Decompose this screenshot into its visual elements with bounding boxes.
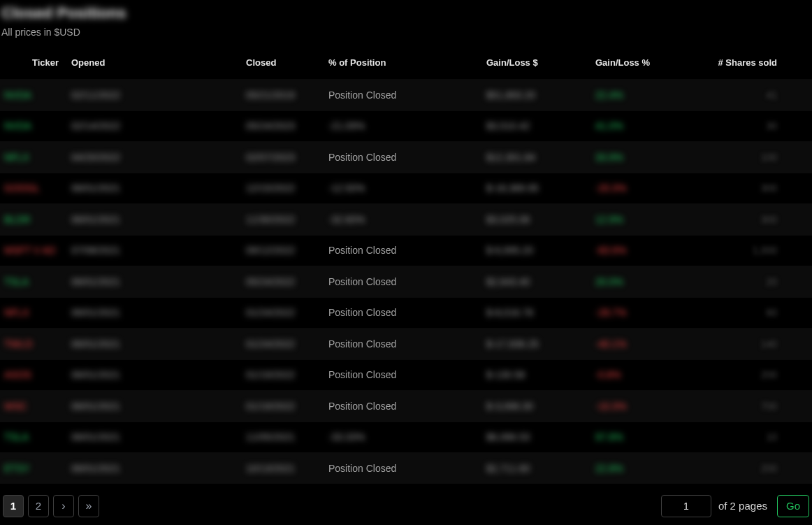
cell-closed: 09/12/2022 — [187, 235, 320, 266]
table-header-row: Ticker Opened Closed % of Position Gain/… — [0, 48, 812, 80]
cell-opened: 06/01/2021 — [63, 204, 187, 236]
cell-gain-pct: 22.8% — [587, 453, 709, 484]
cell-closed: 05/24/2023 — [187, 110, 320, 142]
cell-shares: 200 — [709, 359, 812, 391]
cell-shares: 100 — [709, 142, 812, 173]
cell-gain-pct: 97.8% — [587, 422, 709, 453]
cell-gain-usd: $-17,936.25 — [453, 329, 587, 360]
table-row[interactable]: WSC06/01/202101/19/2022Position Closed$-… — [0, 391, 812, 422]
cell-opened: 06/01/2021 — [63, 266, 187, 298]
chevron-right-icon: › — [61, 501, 65, 512]
cell-shares: 1,000 — [709, 235, 812, 266]
col-pct[interactable]: % of Position — [320, 48, 453, 80]
page-1-button[interactable]: 1 — [3, 495, 24, 517]
cell-gain-usd: $-18,389.95 — [453, 173, 587, 204]
cell-ticker: MSFT V AD — [0, 235, 63, 266]
cell-opened: 06/01/2021 — [63, 453, 187, 484]
cell-pct: Position Closed — [320, 391, 453, 422]
cell-pct: Position Closed — [320, 297, 453, 329]
table-row[interactable]: MSFT V AD07/08/202109/12/2022Position Cl… — [0, 235, 812, 266]
table-row[interactable]: BLDR06/01/202111/30/2022-32.60%$3,025.06… — [0, 204, 812, 236]
table-row[interactable]: TSLA06/01/202105/24/2022Position Closed$… — [0, 266, 812, 298]
cell-closed: 05/21/2019 — [187, 80, 320, 111]
table-row[interactable]: GOOGL06/01/202112/15/2022-12.50%$-18,389… — [0, 173, 812, 204]
cell-gain-usd: $6,066.53 — [453, 422, 587, 453]
cell-ticker: GOOGL — [0, 173, 63, 204]
cell-closed: 02/07/2023 — [187, 142, 320, 173]
cell-pct: -12.50% — [320, 173, 453, 204]
table-row[interactable]: NFLX06/01/202101/24/2022Position Closed$… — [0, 297, 812, 329]
go-button[interactable]: Go — [777, 495, 809, 517]
positions-table: Ticker Opened Closed % of Position Gain/… — [0, 48, 812, 484]
cell-opened: 06/01/2021 — [63, 391, 187, 422]
cell-pct: -32.60% — [320, 204, 453, 236]
pagination: 1 2 › » of 2 pages Go — [0, 487, 812, 525]
cell-ticker: ASOS — [0, 359, 63, 391]
page-number-input[interactable] — [661, 495, 711, 517]
cell-opened: 06/01/2021 — [63, 359, 187, 391]
table-row[interactable]: ETSY06/01/202110/13/2021Position Closed$… — [0, 453, 812, 484]
cell-ticker: ETSY — [0, 453, 63, 484]
col-shares[interactable]: # Shares sold — [709, 48, 812, 80]
cell-closed: 11/30/2022 — [187, 204, 320, 236]
cell-gain-pct: 33.9% — [587, 142, 709, 173]
cell-ticker: WSC — [0, 391, 63, 422]
cell-closed: 11/05/2021 — [187, 422, 320, 453]
cell-shares: 30 — [709, 110, 812, 142]
cell-pct: Position Closed — [320, 142, 453, 173]
cell-gain-pct: 41.0% — [587, 110, 709, 142]
col-opened[interactable]: Opened — [63, 48, 187, 80]
page-subtitle: All prices in $USD — [1, 27, 812, 38]
table-row[interactable]: NFLX04/20/202202/07/2023Position Closed$… — [0, 142, 812, 173]
cell-gain-usd: $2,643.40 — [453, 266, 587, 298]
cell-closed: 05/24/2022 — [187, 266, 320, 298]
table-row[interactable]: TWLO06/01/202101/24/2022Position Closed$… — [0, 329, 812, 360]
cell-opened: 07/08/2021 — [63, 235, 187, 266]
cell-gain-pct: 20.0% — [587, 266, 709, 298]
cell-closed: 01/24/2022 — [187, 329, 320, 360]
last-page-button[interactable]: » — [78, 495, 99, 517]
cell-shares: 300 — [709, 173, 812, 204]
cell-opened: 02/14/2022 — [63, 110, 187, 142]
col-gain-pct[interactable]: Gain/Loss % — [587, 48, 709, 80]
cell-pct: -21.09% — [320, 110, 453, 142]
page-count-label: of 2 pages — [718, 500, 767, 512]
table-row[interactable]: TSLA06/01/202111/05/2021-33.33%$6,066.53… — [0, 422, 812, 453]
cell-closed: 10/13/2021 — [187, 453, 320, 484]
cell-shares: 700 — [709, 391, 812, 422]
cell-opened: 06/01/2021 — [63, 422, 187, 453]
cell-opened: 06/01/2021 — [63, 329, 187, 360]
table-row[interactable]: ASOS06/01/202101/19/2022Position Closed$… — [0, 359, 812, 391]
cell-gain-usd: $-130.58 — [453, 359, 587, 391]
page-2-button[interactable]: 2 — [28, 495, 49, 517]
cell-gain-pct: -0.8% — [587, 359, 709, 391]
cell-gain-usd: $-6,995.20 — [453, 235, 587, 266]
cell-pct: Position Closed — [320, 235, 453, 266]
col-closed[interactable]: Closed — [187, 48, 320, 80]
cell-gain-pct: -28.7% — [587, 297, 709, 329]
cell-gain-usd: $51,893.20 — [453, 80, 587, 111]
cell-gain-usd: $-8,016.78 — [453, 297, 587, 329]
cell-ticker: TSLA — [0, 266, 63, 298]
cell-closed: 01/19/2022 — [187, 359, 320, 391]
cell-gain-usd: $2,711.60 — [453, 453, 587, 484]
cell-pct: Position Closed — [320, 266, 453, 298]
cell-ticker: NVDA — [0, 110, 63, 142]
cell-closed: 01/24/2022 — [187, 297, 320, 329]
cell-gain-pct: -20.3% — [587, 173, 709, 204]
cell-gain-usd: $-3,066.30 — [453, 391, 587, 422]
table-row[interactable]: NVDA02/14/202205/24/2023-21.09%$3,510.42… — [0, 110, 812, 142]
cell-gain-usd: $3,025.06 — [453, 204, 587, 236]
cell-ticker: TWLO — [0, 329, 63, 360]
cell-gain-pct: -83.9% — [587, 235, 709, 266]
cell-shares: 300 — [709, 204, 812, 236]
cell-opened: 06/01/2021 — [63, 173, 187, 204]
next-page-button[interactable]: › — [53, 495, 74, 517]
cell-gain-usd: $12,301.84 — [453, 142, 587, 173]
table-row[interactable]: NVDA02/11/202205/21/2019Position Closed$… — [0, 80, 812, 111]
col-ticker[interactable]: Ticker — [0, 48, 63, 80]
cell-pct: Position Closed — [320, 80, 453, 111]
cell-shares: 10 — [709, 422, 812, 453]
col-gain-usd[interactable]: Gain/Loss $ — [453, 48, 587, 80]
cell-gain-pct: -40.1% — [587, 329, 709, 360]
